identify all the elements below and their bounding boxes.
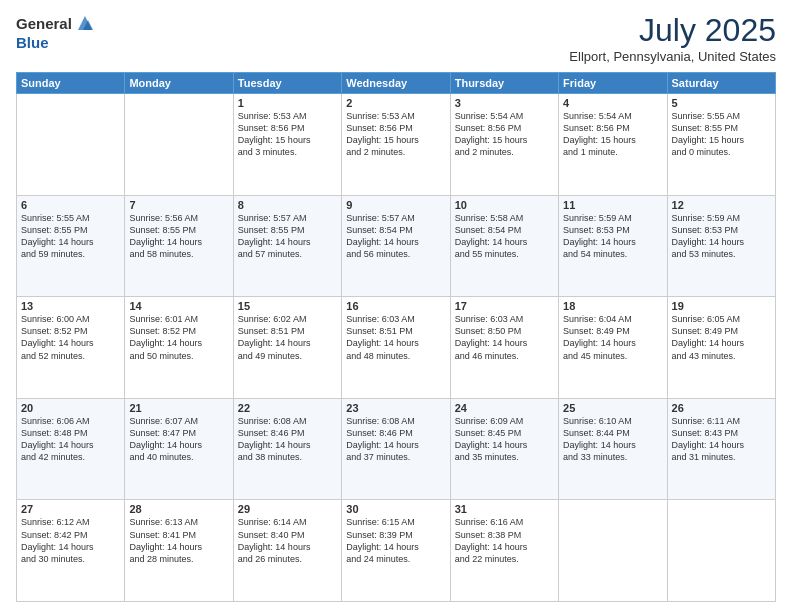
calendar-day-header: Tuesday	[233, 73, 341, 94]
day-number: 16	[346, 300, 445, 312]
day-number: 31	[455, 503, 554, 515]
calendar-cell: 16Sunrise: 6:03 AM Sunset: 8:51 PM Dayli…	[342, 297, 450, 399]
day-number: 26	[672, 402, 771, 414]
day-info: Sunrise: 5:56 AM Sunset: 8:55 PM Dayligh…	[129, 212, 228, 261]
calendar-day-header: Monday	[125, 73, 233, 94]
day-info: Sunrise: 6:05 AM Sunset: 8:49 PM Dayligh…	[672, 313, 771, 362]
day-number: 1	[238, 97, 337, 109]
calendar-cell: 30Sunrise: 6:15 AM Sunset: 8:39 PM Dayli…	[342, 500, 450, 602]
calendar-day-header: Wednesday	[342, 73, 450, 94]
day-number: 2	[346, 97, 445, 109]
calendar-cell: 13Sunrise: 6:00 AM Sunset: 8:52 PM Dayli…	[17, 297, 125, 399]
day-info: Sunrise: 6:07 AM Sunset: 8:47 PM Dayligh…	[129, 415, 228, 464]
calendar-cell: 11Sunrise: 5:59 AM Sunset: 8:53 PM Dayli…	[559, 195, 667, 297]
day-info: Sunrise: 5:54 AM Sunset: 8:56 PM Dayligh…	[455, 110, 554, 159]
calendar-cell: 9Sunrise: 5:57 AM Sunset: 8:54 PM Daylig…	[342, 195, 450, 297]
calendar-cell: 7Sunrise: 5:56 AM Sunset: 8:55 PM Daylig…	[125, 195, 233, 297]
day-number: 9	[346, 199, 445, 211]
day-number: 15	[238, 300, 337, 312]
day-info: Sunrise: 6:13 AM Sunset: 8:41 PM Dayligh…	[129, 516, 228, 565]
calendar-cell	[125, 94, 233, 196]
calendar-cell: 8Sunrise: 5:57 AM Sunset: 8:55 PM Daylig…	[233, 195, 341, 297]
calendar-cell: 28Sunrise: 6:13 AM Sunset: 8:41 PM Dayli…	[125, 500, 233, 602]
day-number: 22	[238, 402, 337, 414]
calendar-cell: 24Sunrise: 6:09 AM Sunset: 8:45 PM Dayli…	[450, 398, 558, 500]
calendar-cell: 29Sunrise: 6:14 AM Sunset: 8:40 PM Dayli…	[233, 500, 341, 602]
day-info: Sunrise: 6:12 AM Sunset: 8:42 PM Dayligh…	[21, 516, 120, 565]
logo-icon	[74, 12, 96, 34]
main-title: July 2025	[569, 12, 776, 49]
subtitle: Ellport, Pennsylvania, United States	[569, 49, 776, 64]
calendar-cell: 6Sunrise: 5:55 AM Sunset: 8:55 PM Daylig…	[17, 195, 125, 297]
day-info: Sunrise: 5:55 AM Sunset: 8:55 PM Dayligh…	[21, 212, 120, 261]
day-info: Sunrise: 6:06 AM Sunset: 8:48 PM Dayligh…	[21, 415, 120, 464]
day-info: Sunrise: 6:00 AM Sunset: 8:52 PM Dayligh…	[21, 313, 120, 362]
day-number: 3	[455, 97, 554, 109]
calendar-cell: 27Sunrise: 6:12 AM Sunset: 8:42 PM Dayli…	[17, 500, 125, 602]
day-number: 13	[21, 300, 120, 312]
day-info: Sunrise: 6:08 AM Sunset: 8:46 PM Dayligh…	[346, 415, 445, 464]
day-number: 6	[21, 199, 120, 211]
calendar-cell: 21Sunrise: 6:07 AM Sunset: 8:47 PM Dayli…	[125, 398, 233, 500]
day-number: 14	[129, 300, 228, 312]
day-info: Sunrise: 6:03 AM Sunset: 8:51 PM Dayligh…	[346, 313, 445, 362]
day-info: Sunrise: 6:10 AM Sunset: 8:44 PM Dayligh…	[563, 415, 662, 464]
day-number: 11	[563, 199, 662, 211]
day-number: 21	[129, 402, 228, 414]
day-info: Sunrise: 6:02 AM Sunset: 8:51 PM Dayligh…	[238, 313, 337, 362]
day-number: 19	[672, 300, 771, 312]
calendar-cell: 22Sunrise: 6:08 AM Sunset: 8:46 PM Dayli…	[233, 398, 341, 500]
calendar-week-row: 20Sunrise: 6:06 AM Sunset: 8:48 PM Dayli…	[17, 398, 776, 500]
day-info: Sunrise: 6:15 AM Sunset: 8:39 PM Dayligh…	[346, 516, 445, 565]
day-number: 10	[455, 199, 554, 211]
day-info: Sunrise: 5:57 AM Sunset: 8:54 PM Dayligh…	[346, 212, 445, 261]
day-info: Sunrise: 5:55 AM Sunset: 8:55 PM Dayligh…	[672, 110, 771, 159]
calendar-week-row: 1Sunrise: 5:53 AM Sunset: 8:56 PM Daylig…	[17, 94, 776, 196]
calendar-cell: 12Sunrise: 5:59 AM Sunset: 8:53 PM Dayli…	[667, 195, 775, 297]
calendar-header-row: SundayMondayTuesdayWednesdayThursdayFrid…	[17, 73, 776, 94]
calendar-day-header: Sunday	[17, 73, 125, 94]
day-number: 27	[21, 503, 120, 515]
day-info: Sunrise: 5:57 AM Sunset: 8:55 PM Dayligh…	[238, 212, 337, 261]
day-number: 24	[455, 402, 554, 414]
calendar-cell: 15Sunrise: 6:02 AM Sunset: 8:51 PM Dayli…	[233, 297, 341, 399]
calendar-cell: 26Sunrise: 6:11 AM Sunset: 8:43 PM Dayli…	[667, 398, 775, 500]
day-info: Sunrise: 5:53 AM Sunset: 8:56 PM Dayligh…	[238, 110, 337, 159]
day-info: Sunrise: 5:58 AM Sunset: 8:54 PM Dayligh…	[455, 212, 554, 261]
header: General Blue July 2025 Ellport, Pennsylv…	[16, 12, 776, 64]
day-number: 25	[563, 402, 662, 414]
calendar-week-row: 27Sunrise: 6:12 AM Sunset: 8:42 PM Dayli…	[17, 500, 776, 602]
day-number: 17	[455, 300, 554, 312]
calendar-cell: 1Sunrise: 5:53 AM Sunset: 8:56 PM Daylig…	[233, 94, 341, 196]
calendar-cell: 19Sunrise: 6:05 AM Sunset: 8:49 PM Dayli…	[667, 297, 775, 399]
calendar-cell: 25Sunrise: 6:10 AM Sunset: 8:44 PM Dayli…	[559, 398, 667, 500]
day-number: 8	[238, 199, 337, 211]
page: General Blue July 2025 Ellport, Pennsylv…	[0, 0, 792, 612]
calendar-cell: 14Sunrise: 6:01 AM Sunset: 8:52 PM Dayli…	[125, 297, 233, 399]
day-info: Sunrise: 6:03 AM Sunset: 8:50 PM Dayligh…	[455, 313, 554, 362]
day-info: Sunrise: 6:01 AM Sunset: 8:52 PM Dayligh…	[129, 313, 228, 362]
day-info: Sunrise: 6:09 AM Sunset: 8:45 PM Dayligh…	[455, 415, 554, 464]
day-info: Sunrise: 6:16 AM Sunset: 8:38 PM Dayligh…	[455, 516, 554, 565]
calendar-cell: 17Sunrise: 6:03 AM Sunset: 8:50 PM Dayli…	[450, 297, 558, 399]
day-info: Sunrise: 5:59 AM Sunset: 8:53 PM Dayligh…	[672, 212, 771, 261]
calendar-cell	[17, 94, 125, 196]
logo-general: General	[16, 16, 72, 31]
day-info: Sunrise: 6:08 AM Sunset: 8:46 PM Dayligh…	[238, 415, 337, 464]
calendar-cell	[559, 500, 667, 602]
calendar-cell: 4Sunrise: 5:54 AM Sunset: 8:56 PM Daylig…	[559, 94, 667, 196]
logo-blue: Blue	[16, 34, 49, 51]
calendar-cell	[667, 500, 775, 602]
day-number: 18	[563, 300, 662, 312]
day-number: 30	[346, 503, 445, 515]
day-number: 23	[346, 402, 445, 414]
calendar-day-header: Saturday	[667, 73, 775, 94]
calendar-week-row: 13Sunrise: 6:00 AM Sunset: 8:52 PM Dayli…	[17, 297, 776, 399]
calendar-cell: 10Sunrise: 5:58 AM Sunset: 8:54 PM Dayli…	[450, 195, 558, 297]
day-number: 28	[129, 503, 228, 515]
calendar-table: SundayMondayTuesdayWednesdayThursdayFrid…	[16, 72, 776, 602]
day-info: Sunrise: 5:54 AM Sunset: 8:56 PM Dayligh…	[563, 110, 662, 159]
day-info: Sunrise: 5:59 AM Sunset: 8:53 PM Dayligh…	[563, 212, 662, 261]
calendar-week-row: 6Sunrise: 5:55 AM Sunset: 8:55 PM Daylig…	[17, 195, 776, 297]
calendar-cell: 20Sunrise: 6:06 AM Sunset: 8:48 PM Dayli…	[17, 398, 125, 500]
